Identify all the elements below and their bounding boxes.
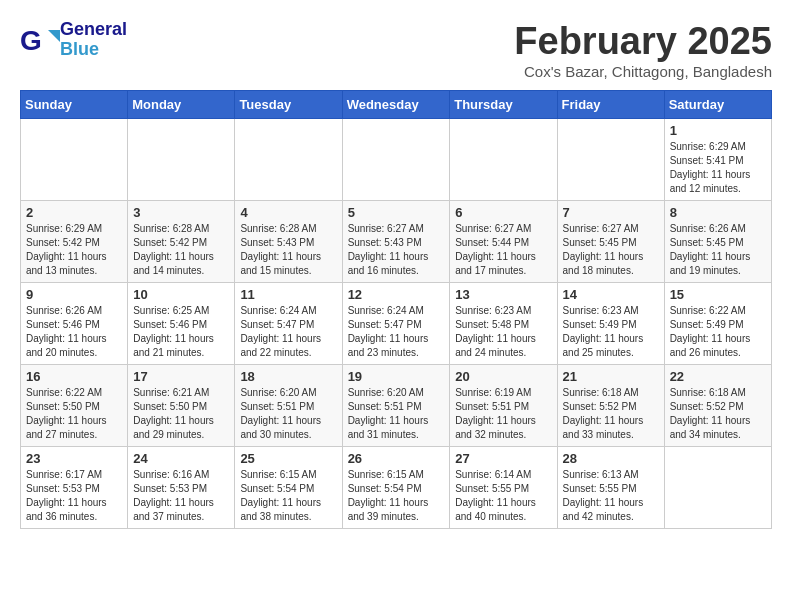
day-number: 27 [455, 451, 551, 466]
day-info: Sunrise: 6:29 AM Sunset: 5:41 PM Dayligh… [670, 140, 766, 196]
calendar-cell: 18Sunrise: 6:20 AM Sunset: 5:51 PM Dayli… [235, 365, 342, 447]
day-header-monday: Monday [128, 91, 235, 119]
calendar-cell: 27Sunrise: 6:14 AM Sunset: 5:55 PM Dayli… [450, 447, 557, 529]
day-number: 18 [240, 369, 336, 384]
day-number: 6 [455, 205, 551, 220]
calendar-cell: 15Sunrise: 6:22 AM Sunset: 5:49 PM Dayli… [664, 283, 771, 365]
day-header-tuesday: Tuesday [235, 91, 342, 119]
day-header-thursday: Thursday [450, 91, 557, 119]
day-info: Sunrise: 6:23 AM Sunset: 5:49 PM Dayligh… [563, 304, 659, 360]
calendar-cell [450, 119, 557, 201]
day-number: 22 [670, 369, 766, 384]
calendar-week-2: 2Sunrise: 6:29 AM Sunset: 5:42 PM Daylig… [21, 201, 772, 283]
day-number: 13 [455, 287, 551, 302]
day-info: Sunrise: 6:24 AM Sunset: 5:47 PM Dayligh… [240, 304, 336, 360]
calendar-cell: 14Sunrise: 6:23 AM Sunset: 5:49 PM Dayli… [557, 283, 664, 365]
calendar-cell: 2Sunrise: 6:29 AM Sunset: 5:42 PM Daylig… [21, 201, 128, 283]
day-number: 11 [240, 287, 336, 302]
day-number: 1 [670, 123, 766, 138]
page-header: G General Blue February 2025 Cox's Bazar… [20, 20, 772, 80]
day-info: Sunrise: 6:22 AM Sunset: 5:50 PM Dayligh… [26, 386, 122, 442]
day-number: 23 [26, 451, 122, 466]
day-info: Sunrise: 6:20 AM Sunset: 5:51 PM Dayligh… [240, 386, 336, 442]
day-info: Sunrise: 6:19 AM Sunset: 5:51 PM Dayligh… [455, 386, 551, 442]
day-header-saturday: Saturday [664, 91, 771, 119]
calendar-cell: 4Sunrise: 6:28 AM Sunset: 5:43 PM Daylig… [235, 201, 342, 283]
day-number: 12 [348, 287, 445, 302]
month-title: February 2025 [514, 20, 772, 63]
calendar-cell: 9Sunrise: 6:26 AM Sunset: 5:46 PM Daylig… [21, 283, 128, 365]
logo: G General Blue [20, 20, 127, 60]
day-number: 15 [670, 287, 766, 302]
calendar-cell: 13Sunrise: 6:23 AM Sunset: 5:48 PM Dayli… [450, 283, 557, 365]
day-number: 5 [348, 205, 445, 220]
calendar-cell: 17Sunrise: 6:21 AM Sunset: 5:50 PM Dayli… [128, 365, 235, 447]
calendar-cell [664, 447, 771, 529]
day-info: Sunrise: 6:27 AM Sunset: 5:44 PM Dayligh… [455, 222, 551, 278]
calendar-cell: 26Sunrise: 6:15 AM Sunset: 5:54 PM Dayli… [342, 447, 450, 529]
calendar-cell: 10Sunrise: 6:25 AM Sunset: 5:46 PM Dayli… [128, 283, 235, 365]
calendar-cell: 1Sunrise: 6:29 AM Sunset: 5:41 PM Daylig… [664, 119, 771, 201]
day-info: Sunrise: 6:15 AM Sunset: 5:54 PM Dayligh… [240, 468, 336, 524]
day-info: Sunrise: 6:26 AM Sunset: 5:45 PM Dayligh… [670, 222, 766, 278]
logo-icon: G [20, 22, 56, 58]
day-info: Sunrise: 6:18 AM Sunset: 5:52 PM Dayligh… [670, 386, 766, 442]
calendar-cell: 6Sunrise: 6:27 AM Sunset: 5:44 PM Daylig… [450, 201, 557, 283]
calendar-cell: 28Sunrise: 6:13 AM Sunset: 5:55 PM Dayli… [557, 447, 664, 529]
day-header-friday: Friday [557, 91, 664, 119]
day-info: Sunrise: 6:15 AM Sunset: 5:54 PM Dayligh… [348, 468, 445, 524]
calendar-week-5: 23Sunrise: 6:17 AM Sunset: 5:53 PM Dayli… [21, 447, 772, 529]
day-number: 7 [563, 205, 659, 220]
day-info: Sunrise: 6:28 AM Sunset: 5:42 PM Dayligh… [133, 222, 229, 278]
day-info: Sunrise: 6:27 AM Sunset: 5:43 PM Dayligh… [348, 222, 445, 278]
day-info: Sunrise: 6:27 AM Sunset: 5:45 PM Dayligh… [563, 222, 659, 278]
calendar-body: 1Sunrise: 6:29 AM Sunset: 5:41 PM Daylig… [21, 119, 772, 529]
day-number: 24 [133, 451, 229, 466]
day-info: Sunrise: 6:14 AM Sunset: 5:55 PM Dayligh… [455, 468, 551, 524]
calendar-cell: 25Sunrise: 6:15 AM Sunset: 5:54 PM Dayli… [235, 447, 342, 529]
day-header-sunday: Sunday [21, 91, 128, 119]
day-number: 21 [563, 369, 659, 384]
calendar-cell: 11Sunrise: 6:24 AM Sunset: 5:47 PM Dayli… [235, 283, 342, 365]
day-info: Sunrise: 6:21 AM Sunset: 5:50 PM Dayligh… [133, 386, 229, 442]
calendar-cell: 8Sunrise: 6:26 AM Sunset: 5:45 PM Daylig… [664, 201, 771, 283]
day-number: 19 [348, 369, 445, 384]
day-number: 3 [133, 205, 229, 220]
calendar-cell: 20Sunrise: 6:19 AM Sunset: 5:51 PM Dayli… [450, 365, 557, 447]
logo-text-general: General [60, 20, 127, 40]
day-number: 28 [563, 451, 659, 466]
day-info: Sunrise: 6:16 AM Sunset: 5:53 PM Dayligh… [133, 468, 229, 524]
calendar-cell: 24Sunrise: 6:16 AM Sunset: 5:53 PM Dayli… [128, 447, 235, 529]
calendar-cell [128, 119, 235, 201]
day-number: 17 [133, 369, 229, 384]
day-info: Sunrise: 6:22 AM Sunset: 5:49 PM Dayligh… [670, 304, 766, 360]
calendar-week-1: 1Sunrise: 6:29 AM Sunset: 5:41 PM Daylig… [21, 119, 772, 201]
svg-text:G: G [20, 25, 42, 56]
day-number: 14 [563, 287, 659, 302]
logo-text-blue: Blue [60, 40, 127, 60]
day-info: Sunrise: 6:28 AM Sunset: 5:43 PM Dayligh… [240, 222, 336, 278]
calendar-cell: 3Sunrise: 6:28 AM Sunset: 5:42 PM Daylig… [128, 201, 235, 283]
day-number: 4 [240, 205, 336, 220]
svg-marker-1 [48, 30, 60, 42]
day-number: 20 [455, 369, 551, 384]
day-number: 16 [26, 369, 122, 384]
day-number: 25 [240, 451, 336, 466]
calendar-cell: 21Sunrise: 6:18 AM Sunset: 5:52 PM Dayli… [557, 365, 664, 447]
calendar-cell: 12Sunrise: 6:24 AM Sunset: 5:47 PM Dayli… [342, 283, 450, 365]
day-number: 2 [26, 205, 122, 220]
calendar-cell [557, 119, 664, 201]
calendar-cell: 19Sunrise: 6:20 AM Sunset: 5:51 PM Dayli… [342, 365, 450, 447]
day-info: Sunrise: 6:18 AM Sunset: 5:52 PM Dayligh… [563, 386, 659, 442]
day-info: Sunrise: 6:23 AM Sunset: 5:48 PM Dayligh… [455, 304, 551, 360]
day-info: Sunrise: 6:13 AM Sunset: 5:55 PM Dayligh… [563, 468, 659, 524]
calendar-cell [235, 119, 342, 201]
calendar-header-row: SundayMondayTuesdayWednesdayThursdayFrid… [21, 91, 772, 119]
calendar-cell [342, 119, 450, 201]
calendar-cell [21, 119, 128, 201]
day-info: Sunrise: 6:26 AM Sunset: 5:46 PM Dayligh… [26, 304, 122, 360]
day-info: Sunrise: 6:25 AM Sunset: 5:46 PM Dayligh… [133, 304, 229, 360]
calendar-cell: 23Sunrise: 6:17 AM Sunset: 5:53 PM Dayli… [21, 447, 128, 529]
day-number: 10 [133, 287, 229, 302]
calendar-week-4: 16Sunrise: 6:22 AM Sunset: 5:50 PM Dayli… [21, 365, 772, 447]
